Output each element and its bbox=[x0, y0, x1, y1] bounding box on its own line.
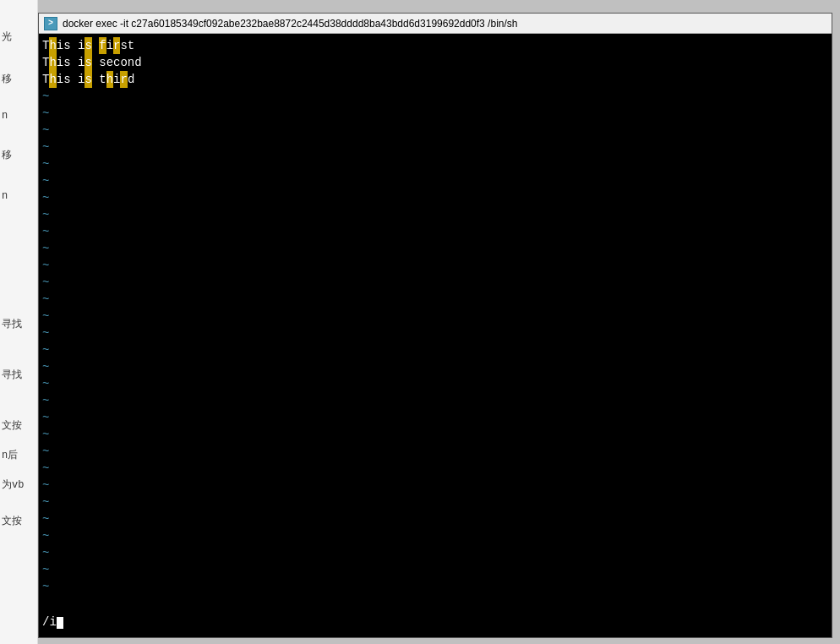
tilde-7: ~ bbox=[42, 189, 828, 206]
tilde-26: ~ bbox=[42, 510, 828, 527]
sidebar-text-6: 寻找 bbox=[2, 317, 22, 331]
line1-t: T bbox=[42, 37, 49, 54]
sidebar-text-9: n后 bbox=[2, 448, 18, 462]
line1-st: st bbox=[120, 37, 134, 54]
tilde-4: ~ bbox=[42, 139, 828, 156]
tilde-29: ~ bbox=[42, 561, 828, 578]
sidebar-text-2: 移 bbox=[2, 72, 12, 86]
terminal-app-icon bbox=[44, 17, 57, 30]
line3-i1: i bbox=[57, 71, 63, 88]
tilde-2: ~ bbox=[42, 105, 828, 122]
tilde-19: ~ bbox=[42, 392, 828, 409]
terminal-line-1: This is first bbox=[42, 37, 828, 54]
tilde-15: ~ bbox=[42, 325, 828, 341]
terminal-titlebar: docker exec -it c27a60185349cf092abe232b… bbox=[39, 14, 832, 34]
terminal-window[interactable]: docker exec -it c27a60185349cf092abe232b… bbox=[38, 13, 832, 638]
line2-h2: s bbox=[85, 54, 91, 71]
tilde-8: ~ bbox=[42, 206, 828, 223]
line2-sec: second bbox=[99, 54, 141, 71]
cursor bbox=[57, 617, 63, 629]
command-text: /i bbox=[42, 615, 57, 629]
line2-t: T bbox=[42, 54, 49, 71]
command-line: /i bbox=[42, 614, 63, 630]
line3-h4: r bbox=[120, 71, 127, 88]
sidebar-text-4: 移 bbox=[2, 148, 12, 162]
line3-h3: h bbox=[106, 71, 113, 88]
line1-h4: r bbox=[113, 37, 120, 54]
sidebar-text-10: 为vb bbox=[2, 478, 24, 492]
line2-s1: s bbox=[63, 54, 70, 71]
line1-space2 bbox=[92, 37, 99, 54]
sidebar-text-7: 寻找 bbox=[2, 368, 22, 382]
tilde-5: ~ bbox=[42, 156, 828, 172]
line2-space2 bbox=[92, 54, 99, 71]
tilde-18: ~ bbox=[42, 375, 828, 392]
tilde-13: ~ bbox=[42, 291, 828, 308]
line2-i1: i bbox=[57, 54, 63, 71]
tilde-6: ~ bbox=[42, 172, 828, 189]
sidebar-text-3: n bbox=[2, 110, 8, 122]
sidebar-text-8: 文按 bbox=[2, 418, 22, 433]
line2-h1: h bbox=[49, 54, 56, 71]
line1-h2: s bbox=[85, 37, 91, 54]
sidebar-text-1: 光 bbox=[2, 30, 12, 44]
tilde-25: ~ bbox=[42, 494, 828, 510]
tilde-24: ~ bbox=[42, 477, 828, 494]
tilde-23: ~ bbox=[42, 460, 828, 477]
line1-irst: i bbox=[106, 37, 113, 54]
line3-s1: s bbox=[63, 71, 70, 88]
line2-space1: i bbox=[71, 54, 85, 71]
tilde-27: ~ bbox=[42, 527, 828, 544]
line1-s1: s bbox=[63, 37, 70, 54]
sidebar: 光 移 n 移 n 寻找 寻找 文按 n后 为vb 文按 bbox=[0, 0, 38, 644]
line3-space1: i bbox=[71, 71, 85, 88]
line1-space1: i bbox=[71, 37, 85, 54]
tilde-11: ~ bbox=[42, 257, 828, 274]
tilde-22: ~ bbox=[42, 443, 828, 460]
line3-h2: s bbox=[85, 71, 91, 88]
tilde-10: ~ bbox=[42, 240, 828, 257]
line3-h1: h bbox=[49, 71, 56, 88]
tilde-17: ~ bbox=[42, 358, 828, 375]
sidebar-text-11: 文按 bbox=[2, 514, 22, 528]
line3-t: T bbox=[42, 71, 49, 88]
tilde-12: ~ bbox=[42, 274, 828, 291]
line1-h1: h bbox=[49, 37, 56, 54]
tilde-30: ~ bbox=[42, 578, 828, 595]
terminal-body[interactable]: This is first This is second This is thi… bbox=[39, 34, 832, 637]
tilde-21: ~ bbox=[42, 426, 828, 443]
terminal-line-2: This is second bbox=[42, 54, 828, 71]
line1-h3: f bbox=[99, 37, 106, 54]
tilde-28: ~ bbox=[42, 544, 828, 561]
terminal-title: docker exec -it c27a60185349cf092abe232b… bbox=[63, 18, 517, 30]
tilde-20: ~ bbox=[42, 409, 828, 426]
tilde-9: ~ bbox=[42, 223, 828, 240]
line3-d: d bbox=[128, 71, 134, 88]
sidebar-text-5: n bbox=[2, 190, 8, 202]
tilde-14: ~ bbox=[42, 308, 828, 325]
terminal-line-3: This is third bbox=[42, 71, 828, 88]
tilde-1: ~ bbox=[42, 88, 828, 105]
line3-space2: t bbox=[92, 71, 106, 88]
tilde-16: ~ bbox=[42, 341, 828, 358]
line3-ird: i bbox=[113, 71, 120, 88]
tilde-3: ~ bbox=[42, 122, 828, 139]
line1-i1: i bbox=[57, 37, 63, 54]
